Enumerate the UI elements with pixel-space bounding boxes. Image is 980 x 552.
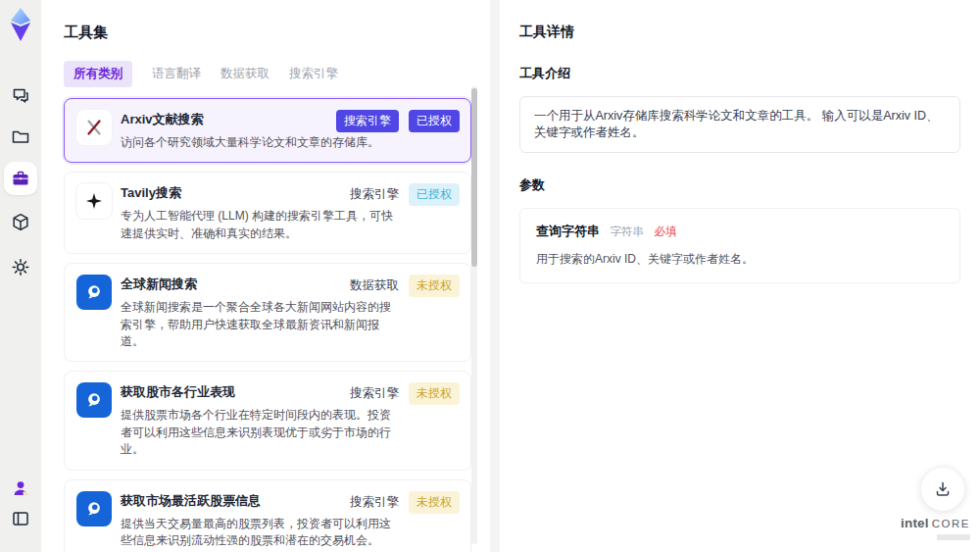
tool-badges: 搜索引擎 未授权 bbox=[350, 491, 460, 514]
settings-nav-item[interactable] bbox=[11, 257, 31, 277]
status-badge: 已授权 bbox=[409, 183, 460, 206]
stock-search-app-icon bbox=[76, 491, 112, 527]
tool-description: 提供当天交易量最高的股票列表，投资者可以利用这些信息来识别流动性强的股票和潜在的… bbox=[121, 516, 395, 550]
tab-all-categories[interactable]: 所有类别 bbox=[64, 61, 132, 87]
tool-card[interactable]: Tavily搜索 专为人工智能代理 (LLM) 构建的搜索引擎工具，可快速提供实… bbox=[64, 172, 471, 254]
tool-detail-panel: 工具详情 工具介绍 一个用于从Arxiv存储库搜索科学论文和文章的工具。 输入可… bbox=[500, 0, 980, 552]
tool-badges: 搜索引擎 已授权 bbox=[350, 183, 460, 206]
core-wordmark: CORE bbox=[932, 518, 970, 529]
intel-core-logo: intelCORE bbox=[901, 515, 970, 540]
category-tabs: 所有类别 语言翻译 数据获取 搜索引擎 bbox=[64, 61, 490, 87]
panel-divider bbox=[490, 0, 500, 552]
tool-description: 提供股票市场各个行业在特定时间段内的表现。投资者可以利用这些信息来识别表现优于或… bbox=[121, 407, 395, 458]
gem-logo-icon bbox=[6, 7, 35, 42]
tool-list-panel: 工具集 所有类别 语言翻译 数据获取 搜索引擎 Arxiv文献搜索 访问各个研究… bbox=[41, 0, 490, 552]
download-icon bbox=[933, 479, 953, 499]
tab-data-fetch[interactable]: 数据获取 bbox=[220, 66, 270, 82]
intel-wordmark: intel bbox=[901, 516, 929, 530]
download-button[interactable] bbox=[921, 468, 964, 511]
tool-card-list: Arxiv文献搜索 访问各个研究领域大量科学论文和文章的存储库。 搜索引擎 已授… bbox=[64, 98, 471, 552]
files-nav-item[interactable] bbox=[11, 126, 31, 147]
status-badge: 已授权 bbox=[409, 110, 460, 132]
tool-intro-text: 一个用于从Arxiv存储库搜索科学论文和文章的工具。 输入可以是Arxiv ID… bbox=[519, 96, 960, 153]
chat-nav-item[interactable] bbox=[11, 85, 31, 106]
params-heading: 参数 bbox=[519, 176, 960, 194]
category-badge: 搜索引擎 bbox=[336, 110, 399, 132]
toolbox-nav-item-active[interactable] bbox=[4, 162, 37, 195]
user-icon bbox=[11, 478, 30, 498]
intro-heading: 工具介绍 bbox=[519, 65, 960, 82]
arxiv-logo-icon bbox=[76, 110, 112, 145]
scrollbar-thumb[interactable] bbox=[471, 88, 477, 267]
category-label: 数据获取 bbox=[350, 277, 399, 294]
icon-rail bbox=[0, 0, 41, 552]
tool-card[interactable]: Arxiv文献搜索 访问各个研究领域大量科学论文和文章的存储库。 搜索引擎 已授… bbox=[64, 98, 471, 163]
packages-nav-item[interactable] bbox=[11, 212, 31, 232]
status-badge: 未授权 bbox=[409, 382, 460, 405]
chat-icon bbox=[11, 85, 31, 106]
tool-description: 专为人工智能代理 (LLM) 构建的搜索引擎工具，可快速提供实时、准确和真实的结… bbox=[121, 208, 395, 242]
tool-card[interactable]: 获取股市各行业表现 提供股票市场各个行业在特定时间段内的表现。投资者可以利用这些… bbox=[64, 371, 471, 470]
param-card: 查询字符串 字符串 必填 用于搜索的Arxiv ID、关键字或作者姓名。 bbox=[519, 208, 960, 283]
tool-card[interactable]: 全球新闻搜索 全球新闻搜索是一个聚合全球各大新闻网站内容的搜索引擎，帮助用户快速… bbox=[64, 263, 471, 362]
tool-description: 访问各个研究领域大量科学论文和文章的存储库。 bbox=[121, 134, 395, 151]
param-type: 字符串 bbox=[610, 226, 644, 237]
param-name: 查询字符串 bbox=[536, 224, 600, 238]
param-description: 用于搜索的Arxiv ID、关键字或作者姓名。 bbox=[536, 251, 944, 268]
user-profile-item[interactable] bbox=[11, 478, 30, 498]
collapse-sidebar-button[interactable] bbox=[11, 509, 30, 528]
tool-card[interactable]: 获取市场最活跃股票信息 提供当天交易量最高的股票列表，投资者可以利用这些信息来识… bbox=[64, 479, 471, 552]
param-required-badge: 必填 bbox=[654, 226, 676, 237]
category-label: 搜索引擎 bbox=[350, 385, 399, 402]
page-title: 工具集 bbox=[64, 24, 490, 42]
cube-icon bbox=[11, 212, 31, 232]
tab-search-engine[interactable]: 搜索引擎 bbox=[289, 66, 338, 82]
panel-toggle-icon bbox=[11, 509, 30, 528]
intel-ultra-bar bbox=[937, 534, 970, 540]
tool-badges: 数据获取 未授权 bbox=[350, 275, 460, 297]
tool-badges: 搜索引擎 未授权 bbox=[350, 382, 460, 405]
briefcase-icon bbox=[11, 169, 30, 188]
tab-language-translation[interactable]: 语言翻译 bbox=[152, 66, 201, 82]
news-search-app-icon bbox=[76, 275, 112, 310]
tavily-sparkle-icon bbox=[76, 183, 112, 219]
tool-description: 全球新闻搜索是一个聚合全球各大新闻网站内容的搜索引擎，帮助用户快速获取全球最新资… bbox=[121, 299, 395, 350]
status-badge: 未授权 bbox=[409, 491, 460, 514]
tool-badges: 搜索引擎 已授权 bbox=[336, 110, 460, 132]
status-badge: 未授权 bbox=[409, 275, 460, 297]
detail-panel-title: 工具详情 bbox=[519, 24, 960, 41]
folder-icon bbox=[11, 126, 31, 147]
app-logo[interactable] bbox=[6, 7, 35, 42]
category-label: 搜索引擎 bbox=[350, 186, 399, 203]
list-scrollbar[interactable] bbox=[471, 86, 477, 544]
stock-search-app-icon bbox=[76, 382, 112, 418]
gear-icon bbox=[11, 257, 31, 277]
category-label: 搜索引擎 bbox=[350, 494, 399, 511]
param-header: 查询字符串 字符串 必填 bbox=[536, 222, 944, 240]
